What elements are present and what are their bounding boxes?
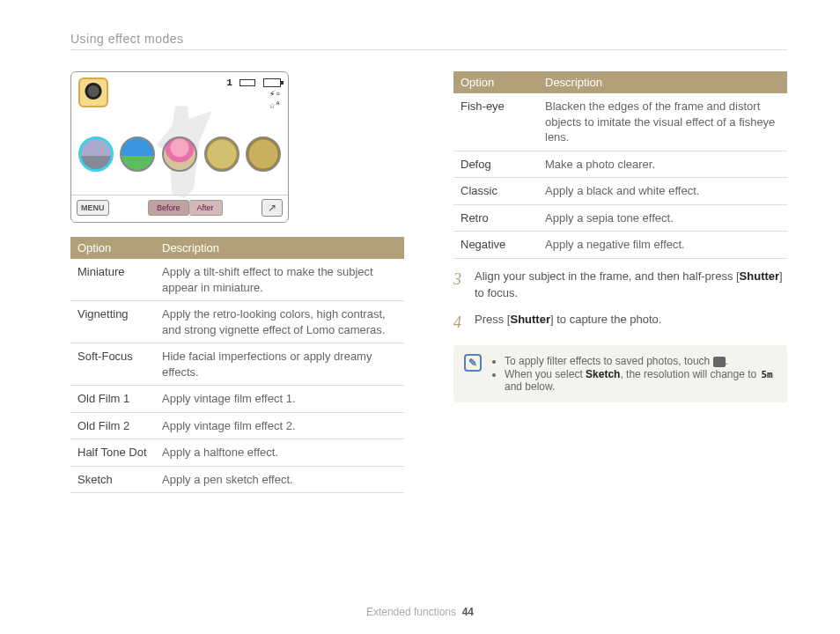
page-footer: Extended functions 44	[0, 606, 840, 618]
filter-thumb-2[interactable]	[120, 136, 155, 172]
table-row: Old Film 2Apply vintage film effect 2.	[70, 412, 404, 439]
note-icon: ✎	[464, 354, 482, 372]
step-number: 4	[453, 311, 468, 335]
battery-icon	[263, 78, 281, 87]
status-indicators: 1 ⚡▫ ☆ᴬ	[226, 77, 281, 112]
table-row: Old Film 1Apply vintage film effect 1.	[70, 386, 404, 413]
note-line-2: When you select Sketch, the resolution w…	[505, 368, 777, 393]
step-number: 3	[453, 268, 468, 302]
table-row: DefogMake a photo clearer.	[453, 151, 787, 178]
camera-mode-icon	[78, 77, 108, 107]
table-row: ClassicApply a black and white effect.	[453, 178, 787, 205]
step-4: 4 Press [Shutter] to capture the photo.	[453, 311, 787, 335]
table-row: Half Tone DotApply a halftone effect.	[70, 439, 404, 467]
table-header-description: Description	[155, 237, 404, 259]
table-header-description: Description	[538, 71, 787, 93]
resolution-5m-icon: 5m	[760, 369, 775, 380]
share-button[interactable]: ↗	[262, 199, 283, 217]
table-row: NegativeApply a negative film effect.	[453, 232, 787, 259]
table-row: Fish-eyeBlacken the edges of the frame a…	[453, 93, 787, 151]
filter-thumb-3[interactable]	[162, 136, 197, 172]
table-row: SketchApply a pen sketch effect.	[70, 466, 404, 493]
filter-carousel	[71, 114, 288, 195]
table-row: MiniatureApply a tilt-shift effect to ma…	[70, 259, 404, 301]
table-header-option: Option	[70, 237, 155, 259]
indicator-number: 1	[226, 77, 232, 88]
camera-lcd-preview: 1 ⚡▫ ☆ᴬ MENU	[70, 71, 289, 223]
after-button[interactable]: After	[189, 200, 223, 216]
page-number: 44	[462, 606, 474, 618]
filter-thumb-5[interactable]	[246, 136, 281, 172]
auto-icon: ☆ᴬ	[226, 100, 281, 112]
table-row: RetroApply a sepia tone effect.	[453, 204, 787, 232]
menu-button[interactable]: MENU	[77, 200, 109, 216]
options-table-1: Option Description MiniatureApply a tilt…	[70, 237, 404, 493]
before-button[interactable]: Before	[148, 200, 189, 216]
note-box: ✎ To apply filter effects to saved photo…	[453, 345, 787, 402]
note-line-1: To apply filter effects to saved photos,…	[505, 355, 777, 367]
options-table-2: Option Description Fish-eyeBlacken the e…	[453, 71, 787, 259]
table-header-option: Option	[453, 71, 538, 93]
gallery-filter-icon	[713, 357, 726, 367]
table-row: Soft-FocusHide facial imperfections or a…	[70, 343, 404, 386]
page-title: Using effect modes	[70, 32, 787, 50]
filter-thumb-4[interactable]	[204, 136, 239, 172]
footer-section: Extended functions	[366, 606, 456, 618]
table-row: VignettingApply the retro-looking colors…	[70, 301, 404, 343]
step-3: 3 Align your subject in the frame, and t…	[453, 268, 787, 302]
flash-icon: ⚡▫	[226, 89, 281, 100]
filter-thumb-1[interactable]	[78, 136, 114, 172]
